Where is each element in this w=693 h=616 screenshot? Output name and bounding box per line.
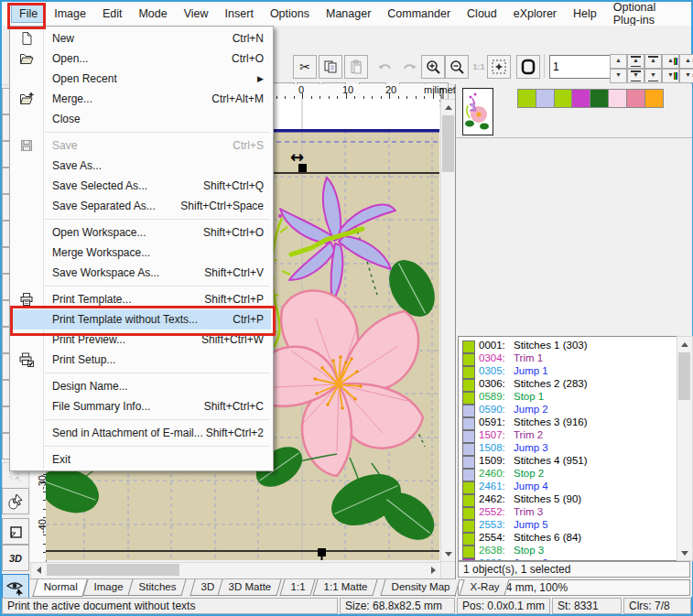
- menubar-item-image[interactable]: Image: [46, 5, 94, 23]
- up-one-button[interactable]: ▲: [627, 54, 644, 69]
- up-top-button[interactable]: ▲: [644, 54, 662, 69]
- palette-color-swatch[interactable]: [590, 89, 609, 108]
- cut-button[interactable]: ✂: [293, 55, 317, 79]
- menu-item-print-setup[interactable]: Print Setup...: [12, 350, 271, 370]
- menubar-item-mode[interactable]: Mode: [130, 5, 175, 23]
- menubar-item-edit[interactable]: Edit: [94, 5, 131, 23]
- menubar-item-view[interactable]: View: [176, 5, 217, 23]
- view-tab-3d-matte[interactable]: 3D Matte: [218, 579, 282, 596]
- stitch-list-row[interactable]: 1507:Trim 2: [459, 429, 677, 442]
- menu-item-save-as[interactable]: Save As...: [12, 156, 271, 176]
- view-tab-1-1[interactable]: 1:1: [279, 579, 315, 596]
- menu-item-save[interactable]: SaveCtrl+S: [12, 135, 271, 156]
- stitch-number-input[interactable]: [549, 55, 613, 79]
- menu-item-merge[interactable]: Merge...Ctrl+Alt+M: [12, 89, 271, 109]
- stitch-sequence-list[interactable]: 0001:Stitches 1 (303)0304:Trim 10305:Jum…: [458, 336, 677, 561]
- stitch-list-row[interactable]: 0591:Stitches 3 (916): [459, 416, 677, 429]
- scroll-left-icon[interactable]: [32, 564, 45, 576]
- down-colors-button[interactable]: ▼: [662, 69, 679, 83]
- view-tab-normal[interactable]: Normal: [32, 579, 88, 597]
- down-button[interactable]: ▼: [610, 69, 627, 83]
- menu-item-save-selected-as[interactable]: Save Selected As...Shift+Ctrl+Q: [12, 176, 271, 196]
- palette-color-swatch[interactable]: [644, 89, 664, 108]
- scroll-up-icon[interactable]: [442, 101, 454, 113]
- menu-item-print-preview[interactable]: Print Preview...Shift+Ctrl+W: [12, 330, 271, 350]
- menubar-item-insert[interactable]: Insert: [217, 5, 262, 23]
- menubar-item-manager[interactable]: Manager: [318, 5, 379, 23]
- stitch-list-row[interactable]: 0306:Stitches 2 (283): [459, 378, 677, 391]
- menubar-item-commander[interactable]: Commander: [379, 5, 459, 23]
- menu-item-save-workspace-as[interactable]: Save Workspace As...Shift+Ctrl+V: [12, 263, 271, 283]
- menu-item-design-name[interactable]: Design Name...: [12, 376, 271, 396]
- menu-item-print-template-without-texts[interactable]: Print Template without Texts...Ctrl+P: [12, 309, 271, 330]
- menu-item-open-workspace[interactable]: Open Workspace...Shift+Ctrl+O: [12, 222, 271, 243]
- view-tab-stitches[interactable]: Stitches: [128, 579, 187, 596]
- list-scrollbar[interactable]: [677, 336, 693, 561]
- stitch-list-row[interactable]: 1509:Stitches 4 (951): [459, 455, 677, 468]
- menu-item-open-recent[interactable]: Open Recent▶: [12, 69, 271, 89]
- copy-button[interactable]: [319, 55, 342, 79]
- view-tab-image[interactable]: Image: [83, 579, 134, 596]
- scrollbar-thumb[interactable]: [47, 564, 179, 576]
- palette-color-swatch[interactable]: [571, 89, 590, 108]
- down-bottom-button[interactable]: ▼: [644, 69, 662, 83]
- down-one-button[interactable]: ▼: [627, 69, 644, 83]
- palette-color-swatch[interactable]: [626, 89, 645, 108]
- view-tab-x-ray[interactable]: X-Ray: [460, 579, 510, 596]
- up-layer-button[interactable]: ▲x: [679, 54, 693, 69]
- menubar-item-explorer[interactable]: eXplorer: [505, 5, 565, 23]
- tool-frame-select-button[interactable]: [2, 518, 29, 545]
- canvas-horizontal-scrollbar[interactable]: [30, 562, 441, 579]
- stitch-list-row[interactable]: 2552:Trim 3: [459, 506, 677, 519]
- menubar-item-options[interactable]: Options: [262, 5, 318, 23]
- menu-item-save-separated-as[interactable]: Save Separated As...Shift+Ctrl+Space: [12, 196, 271, 216]
- stitch-list-row[interactable]: 2553:Jump 5: [459, 519, 677, 532]
- tool-eye-pointer-button[interactable]: [2, 574, 29, 600]
- stitch-list-row[interactable]: 0304:Trim 1: [459, 352, 677, 365]
- menu-item-open[interactable]: Open...Ctrl+O: [12, 49, 271, 69]
- menu-item-file-summary-info[interactable]: File Summary Info...Shift+Ctrl+C: [12, 396, 271, 416]
- stitch-list-row[interactable]: 2462:Stitches 5 (90): [459, 493, 677, 506]
- menubar-item-file[interactable]: File: [11, 5, 46, 23]
- view-tab-density-map[interactable]: Density Map: [381, 579, 460, 596]
- menu-item-send-in-attachment-of-e-mail[interactable]: Send in Attachment of E-mail...Shift+Ctr…: [12, 423, 271, 443]
- palette-color-swatch[interactable]: [536, 89, 555, 108]
- stitch-list-row[interactable]: 0589:Stop 1: [459, 391, 677, 404]
- parameters-button[interactable]: [487, 55, 511, 79]
- undo-button[interactable]: [374, 55, 397, 79]
- redo-button[interactable]: [397, 55, 421, 79]
- paste-button[interactable]: [344, 55, 368, 79]
- scroll-down-icon[interactable]: [442, 547, 454, 560]
- zoom-out-button[interactable]: [445, 55, 469, 79]
- design-thumbnail-icon[interactable]: [462, 88, 493, 135]
- palette-color-swatch[interactable]: [554, 89, 573, 108]
- palette-color-swatch[interactable]: [517, 89, 536, 108]
- zoom-in-button[interactable]: [421, 55, 445, 79]
- stitch-list-row[interactable]: 0590:Jump 2: [459, 404, 677, 416]
- up-colors-button[interactable]: ▲: [662, 54, 679, 69]
- menu-item-close[interactable]: Close: [12, 109, 271, 129]
- stitch-list-row[interactable]: 2638:Stop 3: [459, 545, 677, 557]
- stitch-list-row[interactable]: 2554:Stitches 6 (84): [459, 532, 677, 545]
- scrollbar-thumb[interactable]: [442, 115, 454, 172]
- view-tab-1-1-matte[interactable]: 1:1 Matte: [313, 579, 378, 596]
- palette-color-swatch[interactable]: [608, 89, 627, 108]
- tool-mouse-pointer-button[interactable]: [2, 488, 29, 514]
- menubar-item-help[interactable]: Help: [565, 5, 605, 23]
- stitch-list-row[interactable]: 0305:Jump 1: [459, 365, 677, 378]
- menu-item-print-template[interactable]: Print Template...Shift+Ctrl+P: [12, 289, 271, 309]
- scroll-right-icon[interactable]: [427, 564, 439, 576]
- menu-item-exit[interactable]: Exit: [12, 449, 271, 470]
- tool-3d-view-button[interactable]: 3D: [2, 545, 29, 571]
- stitch-list-row[interactable]: 2460:Stop 2: [459, 468, 677, 481]
- up-button[interactable]: ▲: [610, 54, 627, 69]
- stitch-list-row[interactable]: 0001:Stitches 1 (303): [459, 340, 677, 352]
- menubar-item-cloud[interactable]: Cloud: [459, 5, 505, 23]
- stitch-list-row[interactable]: 1508:Jump 3: [459, 442, 677, 455]
- hoop-button[interactable]: [516, 55, 540, 79]
- stitch-list-row[interactable]: 2461:Jump 4: [459, 481, 677, 493]
- scroll-down-icon[interactable]: [678, 546, 690, 559]
- menu-item-merge-workspace[interactable]: Merge Workspace...: [12, 243, 271, 263]
- menu-item-new[interactable]: NewCtrl+N: [12, 28, 271, 49]
- scrollbar-thumb[interactable]: [678, 352, 690, 400]
